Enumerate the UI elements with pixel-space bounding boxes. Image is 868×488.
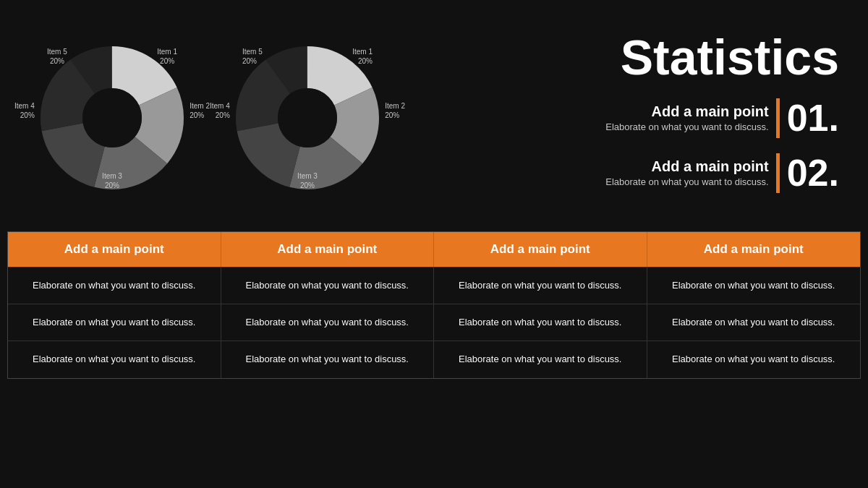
cell-1-1: Elaborate on what you want to discuss. xyxy=(8,267,221,304)
main-point-text-1: Add a main point Elaborate on what you w… xyxy=(557,103,769,132)
table-header: Add a main point Add a main point Add a … xyxy=(8,232,860,267)
cell-2-3: Elaborate on what you want to discuss. xyxy=(434,304,647,341)
main-point-block-1: Add a main point Elaborate on what you w… xyxy=(557,96,839,140)
point-number-2: 02. xyxy=(787,151,839,194)
statistics-title: Statistics xyxy=(557,33,839,82)
table-row-1: Elaborate on what you want to discuss. E… xyxy=(8,267,860,304)
cell-3-4: Elaborate on what you want to discuss. xyxy=(647,341,861,377)
cell-1-3: Elaborate on what you want to discuss. xyxy=(434,267,647,304)
chart-1-item4-label: Item 420% xyxy=(14,101,35,120)
cell-2-1: Elaborate on what you want to discuss. xyxy=(8,304,221,341)
top-section: Item 520% Item 120% Item 220% Item 320% … xyxy=(0,0,868,231)
charts-area: Item 520% Item 120% Item 220% Item 320% … xyxy=(29,22,535,217)
data-table: Add a main point Add a main point Add a … xyxy=(7,231,861,379)
main-point-2-desc: Elaborate on what you want to discuss. xyxy=(557,176,769,187)
right-panel: Statistics Add a main point Elaborate on… xyxy=(535,33,839,206)
divider-2 xyxy=(776,153,780,193)
table-header-4: Add a main point xyxy=(647,232,861,267)
table-row-3: Elaborate on what you want to discuss. E… xyxy=(8,341,860,377)
cell-3-3: Elaborate on what you want to discuss. xyxy=(434,341,647,377)
divider-1 xyxy=(776,98,780,138)
chart-2-item4-label: Item 420% xyxy=(210,101,230,120)
main-point-1-title: Add a main point xyxy=(557,103,769,120)
main-point-text-2: Add a main point Elaborate on what you w… xyxy=(557,158,769,187)
cell-3-2: Elaborate on what you want to discuss. xyxy=(221,341,435,377)
cell-3-1: Elaborate on what you want to discuss. xyxy=(8,341,221,377)
point-number-1: 01. xyxy=(787,96,839,140)
table-header-2: Add a main point xyxy=(221,232,435,267)
chart-1: Item 520% Item 120% Item 220% Item 320% … xyxy=(29,22,195,217)
chart-2-item5-label: Item 520% xyxy=(242,47,263,66)
main-point-block-2: Add a main point Elaborate on what you w… xyxy=(557,151,839,194)
chart-1-item1-label: Item 120% xyxy=(157,47,177,66)
table-header-1: Add a main point xyxy=(8,232,221,267)
cell-1-2: Elaborate on what you want to discuss. xyxy=(221,267,435,304)
cell-2-2: Elaborate on what you want to discuss. xyxy=(221,304,435,341)
main-point-2-title: Add a main point xyxy=(557,158,769,175)
table-header-3: Add a main point xyxy=(434,232,647,267)
chart-2-labels: Item 520% Item 120% Item 220% Item 320% … xyxy=(235,46,380,190)
chart-1-item2-label: Item 220% xyxy=(190,101,210,120)
main-point-1-desc: Elaborate on what you want to discuss. xyxy=(557,121,769,132)
chart-2: Item 520% Item 120% Item 220% Item 320% … xyxy=(224,22,391,217)
chart-1-labels: Item 520% Item 120% Item 220% Item 320% … xyxy=(40,46,184,190)
chart-2-item3-label: Item 320% xyxy=(297,171,318,190)
chart-2-item1-label: Item 120% xyxy=(352,47,373,66)
chart-1-item5-label: Item 520% xyxy=(47,47,67,66)
chart-2-item2-label: Item 220% xyxy=(385,101,405,120)
cell-2-4: Elaborate on what you want to discuss. xyxy=(647,304,861,341)
chart-1-item3-label: Item 320% xyxy=(102,171,122,190)
cell-1-4: Elaborate on what you want to discuss. xyxy=(647,267,861,304)
table-row-2: Elaborate on what you want to discuss. E… xyxy=(8,304,860,341)
